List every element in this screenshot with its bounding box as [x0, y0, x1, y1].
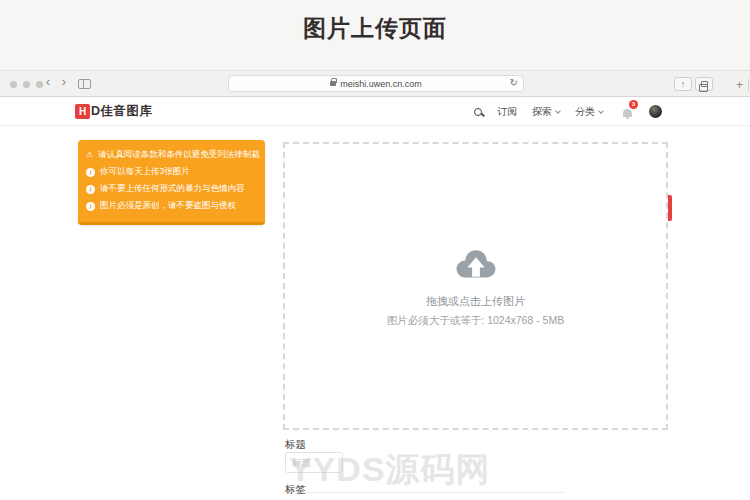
- dropzone-requirements: 图片必须大于或等于: 1024x768 - 5MB: [387, 314, 564, 328]
- cloud-upload-icon: [451, 245, 501, 282]
- url-text: meishi.uwen.cn.com: [340, 79, 422, 89]
- user-avatar[interactable]: [649, 105, 662, 118]
- tabs-icon: [701, 81, 708, 87]
- title-label: 标题: [285, 438, 306, 452]
- nav-item-explore[interactable]: 探索: [532, 105, 560, 119]
- share-icon: ↑: [681, 79, 686, 89]
- logo-mark: H: [75, 104, 90, 119]
- warning-icon: ⚠: [86, 151, 93, 159]
- search-icon[interactable]: [474, 108, 482, 116]
- share-button[interactable]: ↑: [674, 77, 692, 91]
- screenshot-root: 图片上传页面 ‹ › meishi.uwen.cn.com ↻ ↑ + H D佳…: [0, 0, 750, 500]
- new-tab-button[interactable]: +: [736, 78, 743, 92]
- back-button[interactable]: ‹: [42, 74, 54, 89]
- alert-row: i 请不要上传任何形式的暴力与色情内容: [86, 183, 257, 195]
- info-icon: i: [86, 202, 95, 211]
- refresh-icon[interactable]: ↻: [510, 77, 518, 88]
- nav-item-subscribe[interactable]: 订阅: [497, 105, 517, 119]
- page-title: 图片上传页面: [0, 0, 750, 44]
- browser-chrome: ‹ › meishi.uwen.cn.com ↻ ↑ +: [0, 70, 750, 97]
- minimize-window-button[interactable]: [23, 81, 30, 88]
- nav-label: 订阅: [497, 105, 517, 119]
- nav-item-categories[interactable]: 分类: [575, 105, 603, 119]
- chevron-down-icon: [598, 108, 604, 114]
- forward-button[interactable]: ›: [58, 74, 70, 89]
- alert-text: 请认真阅读条款和条件以避免受到法律制裁: [98, 149, 260, 161]
- tags-label: 标签: [285, 483, 306, 497]
- alert-text: 你可以每天上传3张图片: [100, 166, 190, 178]
- alert-row: i 你可以每天上传3张图片: [86, 166, 257, 178]
- sidebar-toggle-icon[interactable]: [78, 79, 91, 89]
- alert-row: i 图片必须是原创，请不要盗图与侵权: [86, 200, 257, 212]
- upload-dropzone[interactable]: 拖拽或点击上传图片 图片必须大于或等于: 1024x768 - 5MB: [283, 142, 668, 430]
- upload-rules-alert: ⚠ 请认真阅读条款和条件以避免受到法律制裁 i 你可以每天上传3张图片 i 请不…: [78, 140, 265, 225]
- watermark-underline: [302, 492, 564, 493]
- site-header: H D佳音图库 订阅 探索 分类 3: [0, 97, 750, 126]
- heading-strip: 图片上传页面: [0, 0, 750, 70]
- nav-label: 分类: [575, 105, 595, 119]
- nav-label: 探索: [532, 105, 552, 119]
- show-tabs-button[interactable]: [695, 77, 713, 91]
- alert-text: 请不要上传任何形式的暴力与色情内容: [100, 183, 245, 195]
- info-icon: i: [86, 185, 95, 194]
- alert-text: 图片必须是原创，请不要盗图与侵权: [100, 200, 236, 212]
- bell-icon: [623, 109, 632, 117]
- window-controls: [10, 81, 43, 88]
- title-input[interactable]: [285, 452, 343, 473]
- alert-row: ⚠ 请认真阅读条款和条件以避免受到法律制裁: [86, 149, 257, 161]
- notification-badge: 3: [629, 100, 638, 109]
- info-icon: i: [86, 168, 95, 177]
- lock-icon: [330, 81, 336, 86]
- site-logo[interactable]: H D佳音图库: [75, 103, 153, 120]
- header-nav: 订阅 探索 分类 3: [474, 97, 662, 126]
- chevron-down-icon: [555, 108, 561, 114]
- address-bar[interactable]: meishi.uwen.cn.com ↻: [228, 75, 524, 92]
- tab-edge-divider: [748, 79, 749, 91]
- close-window-button[interactable]: [10, 81, 17, 88]
- notifications-button[interactable]: 3: [622, 106, 634, 118]
- logo-text: D佳音图库: [91, 103, 153, 120]
- dropzone-instruction: 拖拽或点击上传图片: [426, 294, 525, 309]
